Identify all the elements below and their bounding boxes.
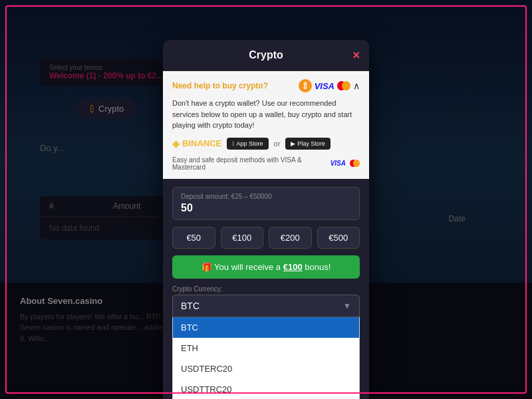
amount-btn-200[interactable]: €200 xyxy=(269,227,312,249)
dropdown-item-btc[interactable]: BTC xyxy=(173,317,359,338)
bitcoin-icon: ₿ xyxy=(299,79,312,92)
amount-btn-50[interactable]: €50 xyxy=(172,227,215,249)
crypto-dropdown: Crypto Currency: BTC ▼ BTC ETH USDTERC20… xyxy=(172,285,360,400)
crypto-modal: Crypto × Need help to buy crypto? ₿ VISA… xyxy=(163,40,369,399)
amount-buttons: €50 €100 €200 €500 xyxy=(172,227,360,249)
dropdown-selected: BTC xyxy=(181,301,200,311)
deposit-section: Deposit amount: €25 – €50000 50 €50 €100… xyxy=(163,179,369,400)
deposit-value: 50 xyxy=(181,202,351,214)
play-store-label: Play Store xyxy=(297,140,325,147)
help-question: Need help to buy crypto? xyxy=(172,81,268,90)
modal-body: Need help to buy crypto? ₿ VISA ∧ Don't … xyxy=(163,71,369,399)
apple-icon:  xyxy=(232,140,234,147)
dropdown-item-eth[interactable]: ETH xyxy=(173,338,359,358)
or-label: or xyxy=(274,140,281,148)
deposit-input-wrap[interactable]: Deposit amount: €25 – €50000 50 xyxy=(172,187,360,220)
help-footer: Easy and safe deposit methods with VISA … xyxy=(172,156,360,171)
binance-label: BINANCE xyxy=(182,138,221,148)
binance-icon: ◈ xyxy=(172,138,180,149)
help-description: Don't have a crypto wallet? Use our reco… xyxy=(172,98,360,131)
mc-small-right xyxy=(353,160,360,167)
mastercard-icon xyxy=(337,81,350,90)
modal-title: Crypto xyxy=(249,49,283,61)
app-store-label: App Store xyxy=(237,140,263,147)
help-footer-text: Easy and safe deposit methods with VISA … xyxy=(172,156,327,171)
deposit-label: Deposit amount: €25 – €50000 xyxy=(181,193,351,200)
help-services: ◈ BINANCE  App Store or ▶ Play Store xyxy=(172,138,360,150)
dropdown-item-usdterc20[interactable]: USDTERC20 xyxy=(173,358,359,379)
bonus-suffix: bonus! xyxy=(303,262,331,272)
modal-header: Crypto × xyxy=(163,40,369,71)
modal-close-button[interactable]: × xyxy=(352,49,360,63)
binance-logo[interactable]: ◈ BINANCE xyxy=(172,138,221,149)
help-icons: ₿ VISA ∧ xyxy=(299,79,360,92)
chevron-down-icon: ▼ xyxy=(343,301,351,311)
amount-btn-500[interactable]: €500 xyxy=(317,227,360,249)
help-top: Need help to buy crypto? ₿ VISA ∧ xyxy=(172,79,360,92)
collapse-icon[interactable]: ∧ xyxy=(353,80,360,91)
dropdown-header[interactable]: BTC ▼ xyxy=(172,295,360,317)
app-store-button[interactable]:  App Store xyxy=(227,138,268,150)
bonus-text: 🎁 You will receive a xyxy=(201,262,283,272)
help-panel: Need help to buy crypto? ₿ VISA ∧ Don't … xyxy=(163,71,369,179)
visa-icon: VISA xyxy=(315,81,334,91)
amount-btn-100[interactable]: €100 xyxy=(221,227,264,249)
dropdown-item-usdttrc20[interactable]: USDTTRC20 xyxy=(173,379,359,400)
dropdown-label: Crypto Currency: xyxy=(172,285,360,293)
visa-small-icon: VISA xyxy=(331,160,346,167)
dropdown-list: BTC ETH USDTERC20 USDTTRC20 USDTBSC LTC xyxy=(172,317,360,400)
play-store-button[interactable]: ▶ Play Store xyxy=(285,138,331,150)
mc-small-icon xyxy=(350,160,360,167)
mc-right xyxy=(342,81,350,90)
play-icon: ▶ xyxy=(291,140,295,147)
bonus-amount: €100 xyxy=(283,262,303,272)
bonus-banner: 🎁 You will receive a €100 bonus! xyxy=(172,255,360,279)
